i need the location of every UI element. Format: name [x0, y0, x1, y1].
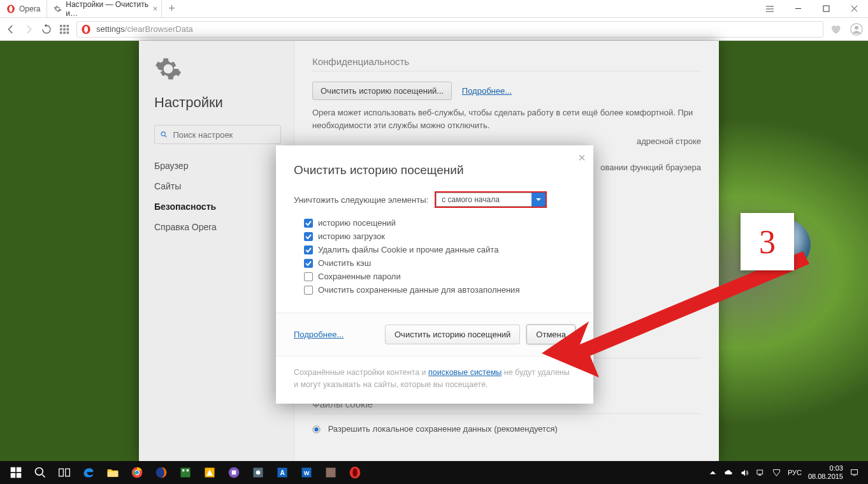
svg-rect-31 — [181, 468, 191, 478]
clear-option-3[interactable]: Очистить кэш — [304, 258, 575, 268]
svg-rect-45 — [757, 470, 763, 474]
opera-taskbar-icon[interactable] — [343, 461, 367, 484]
svg-rect-3 — [60, 24, 62, 27]
gear-icon — [54, 4, 62, 13]
time-range-value: с самого начала — [436, 193, 532, 207]
checkbox-checked-icon — [304, 246, 313, 254]
app-icon[interactable] — [246, 461, 270, 484]
svg-rect-22 — [17, 473, 22, 478]
opera-menu-label: Opera — [19, 4, 40, 13]
destroy-label: Уничтожить следующие элементы: — [294, 195, 428, 205]
app-icon[interactable] — [222, 461, 246, 484]
svg-rect-8 — [67, 28, 69, 31]
svg-rect-2 — [823, 6, 829, 11]
task-view-icon[interactable] — [52, 461, 76, 484]
time-range-select[interactable]: с самого начала — [435, 191, 547, 208]
checkbox-checked-icon — [304, 219, 313, 228]
svg-rect-20 — [17, 467, 22, 473]
file-explorer-icon[interactable] — [101, 461, 125, 484]
svg-rect-24 — [59, 469, 64, 476]
chrome-icon[interactable] — [125, 461, 149, 484]
svg-rect-9 — [60, 31, 62, 34]
taskbar-search-icon[interactable] — [28, 461, 52, 484]
svg-point-1 — [9, 6, 12, 11]
svg-rect-4 — [63, 24, 66, 27]
svg-point-23 — [36, 468, 43, 476]
nav-reload-button[interactable] — [41, 24, 52, 35]
security-icon[interactable] — [772, 468, 781, 478]
clear-history-confirm-button[interactable]: Очистить историю посещений — [385, 325, 520, 344]
windows-taskbar: A W РУС 0:03 08.08.2015 — [0, 461, 868, 484]
checkbox-unchecked-icon — [304, 272, 313, 281]
speed-dial-button[interactable] — [59, 24, 70, 35]
clear-option-5[interactable]: Очистить сохраненные данные для автозапо… — [304, 285, 575, 295]
edge-icon[interactable] — [76, 461, 101, 484]
svg-text:W: W — [304, 470, 310, 476]
app-icon[interactable] — [198, 461, 222, 484]
language-indicator[interactable]: РУС — [788, 469, 802, 476]
app-icon[interactable]: A — [270, 461, 294, 484]
svg-point-15 — [855, 26, 858, 29]
clear-option-label: историю загрузок — [318, 231, 385, 241]
dialog-info-text: Сохранённые настройки контента и поисков… — [276, 356, 593, 404]
word-icon[interactable]: W — [294, 461, 319, 484]
firefox-icon[interactable] — [149, 461, 173, 484]
clear-history-dialog: × Очистить историю посещений Уничтожить … — [276, 145, 593, 404]
svg-rect-42 — [326, 468, 336, 478]
svg-rect-5 — [67, 24, 69, 27]
nav-back-button[interactable] — [5, 24, 17, 35]
svg-rect-6 — [60, 28, 62, 31]
window-maximize-button[interactable] — [812, 0, 840, 18]
tray-up-icon[interactable] — [708, 468, 718, 478]
svg-text:A: A — [280, 469, 284, 476]
tab-close-icon[interactable]: × — [153, 4, 158, 13]
address-bar[interactable]: settings/clearBrowserData — [76, 21, 823, 38]
opera-easy-setup-icon[interactable] — [756, 0, 784, 18]
clear-option-1[interactable]: историю загрузок — [304, 231, 575, 241]
opera-menu-tab[interactable]: Opera — [0, 0, 47, 17]
dialog-title: Очистить историю посещений — [294, 163, 575, 177]
checkbox-checked-icon — [304, 232, 313, 241]
clear-option-label: историю посещений — [318, 218, 396, 228]
dialog-close-button[interactable]: × — [578, 150, 586, 165]
svg-rect-11 — [67, 31, 69, 34]
svg-rect-19 — [11, 467, 16, 473]
network-icon[interactable] — [756, 468, 765, 478]
clear-option-label: Очистить сохраненные данные для автозапо… — [318, 285, 519, 295]
app-icon[interactable] — [319, 461, 343, 484]
svg-rect-33 — [187, 469, 189, 471]
svg-rect-46 — [851, 469, 858, 474]
new-tab-button[interactable]: + — [162, 0, 182, 17]
onedrive-icon[interactable] — [724, 468, 734, 478]
start-button[interactable] — [4, 461, 28, 484]
browser-navbar: settings/clearBrowserData — [0, 18, 868, 41]
taskbar-clock[interactable]: 0:03 08.08.2015 — [808, 464, 843, 480]
clear-option-label: Удалить файлы Cookie и прочие данные сай… — [318, 245, 498, 254]
account-icon[interactable] — [850, 23, 863, 36]
action-center-icon[interactable] — [850, 468, 859, 478]
clear-option-label: Очистить кэш — [318, 258, 371, 268]
svg-rect-25 — [66, 469, 70, 476]
search-engines-link[interactable]: поисковые системы — [428, 368, 502, 377]
browser-tab-settings[interactable]: Настройки — Очистить и… × — [47, 0, 162, 17]
window-close-button[interactable] — [840, 0, 868, 18]
dialog-more-link[interactable]: Подробнее... — [294, 330, 344, 339]
app-icon[interactable] — [173, 461, 198, 484]
checkbox-checked-icon — [304, 259, 313, 268]
svg-rect-26 — [108, 471, 119, 476]
opera-logo-icon — [6, 4, 15, 13]
nav-forward-button[interactable] — [23, 24, 34, 35]
window-titlebar: Opera Настройки — Очистить и… × + — [0, 0, 868, 18]
opera-logo-icon — [81, 24, 91, 34]
cancel-button[interactable]: Отмена — [526, 325, 575, 344]
volume-icon[interactable] — [740, 468, 749, 478]
clear-option-0[interactable]: историю посещений — [304, 218, 575, 228]
dropdown-arrow-icon[interactable] — [532, 193, 546, 207]
clear-option-label: Сохраненные пароли — [318, 272, 401, 281]
clear-option-4[interactable]: Сохраненные пароли — [304, 272, 575, 281]
bookmark-heart-icon[interactable] — [830, 24, 841, 35]
address-text: settings/clearBrowserData — [96, 24, 193, 34]
clear-option-2[interactable]: Удалить файлы Cookie и прочие данные сай… — [304, 245, 575, 254]
checkbox-unchecked-icon — [304, 286, 313, 295]
window-minimize-button[interactable] — [784, 0, 812, 18]
